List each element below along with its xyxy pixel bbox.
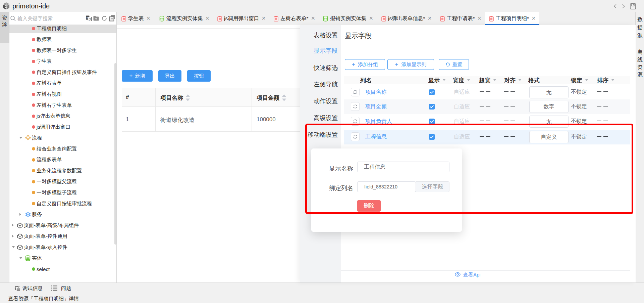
- svg-text:文: 文: [89, 18, 92, 21]
